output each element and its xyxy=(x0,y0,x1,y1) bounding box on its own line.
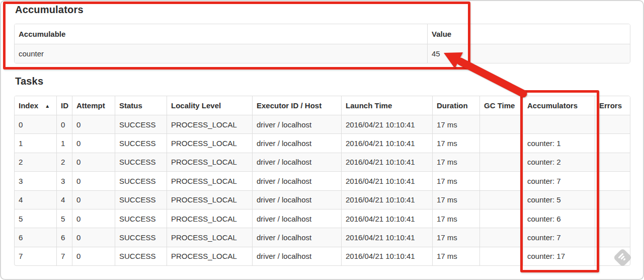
cell: driver / localhost xyxy=(252,171,341,190)
cell: 45 xyxy=(427,44,630,63)
cell: SUCCESS xyxy=(115,171,167,190)
cell: 0 xyxy=(15,115,56,133)
cell: 17 ms xyxy=(432,190,479,209)
cell: counter: 17 xyxy=(523,247,595,265)
cell: PROCESS_LOCAL xyxy=(167,209,252,228)
cell: 6 xyxy=(15,228,56,246)
accumulators-table: Accumulable Value counter45 xyxy=(14,24,630,63)
cell: 2016/04/21 10:10:41 xyxy=(341,133,432,152)
cell: counter: 7 xyxy=(523,171,595,190)
column-header-executor-id-host[interactable]: Executor ID / Host xyxy=(252,96,341,115)
cell: counter: 7 xyxy=(523,228,595,246)
cell: 1 xyxy=(56,133,72,152)
cell: 0 xyxy=(72,209,115,228)
cell: PROCESS_LOCAL xyxy=(167,115,252,133)
cell: 5 xyxy=(56,209,72,228)
cell: 2016/04/21 10:10:41 xyxy=(341,190,432,209)
column-header-value: Value xyxy=(427,24,630,44)
cell xyxy=(479,190,523,209)
column-header-attempt[interactable]: Attempt xyxy=(72,96,115,115)
column-header-accumulators[interactable]: Accumulators xyxy=(523,96,595,115)
table-row: counter45 xyxy=(15,44,630,63)
table-row: 110SUCCESSPROCESS_LOCALdriver / localhos… xyxy=(15,133,630,152)
cell: 0 xyxy=(72,171,115,190)
cell: driver / localhost xyxy=(252,228,341,246)
cell: driver / localhost xyxy=(252,247,341,265)
column-header-id[interactable]: ID xyxy=(56,96,72,115)
cell: 0 xyxy=(56,115,72,133)
cell: driver / localhost xyxy=(252,133,341,152)
cell: SUCCESS xyxy=(115,247,167,265)
cell: SUCCESS xyxy=(115,228,167,246)
accumulators-section-heading: Accumulators xyxy=(15,4,84,16)
cell: SUCCESS xyxy=(115,153,167,171)
column-header-index[interactable]: Index▲ xyxy=(15,96,56,115)
table-row: 220SUCCESSPROCESS_LOCALdriver / localhos… xyxy=(15,153,630,171)
cell: PROCESS_LOCAL xyxy=(167,171,252,190)
cell: 7 xyxy=(56,247,72,265)
table-header-row: Accumulable Value xyxy=(15,24,630,44)
cell: counter: 1 xyxy=(523,133,595,152)
table-header-row: Index▲ ID Attempt Status Locality Level … xyxy=(15,96,630,115)
table-row: 330SUCCESSPROCESS_LOCALdriver / localhos… xyxy=(15,171,630,190)
cell: 6 xyxy=(56,228,72,246)
cell xyxy=(479,247,523,265)
cell xyxy=(479,153,523,171)
column-header-errors[interactable]: Errors xyxy=(595,96,630,115)
cell: PROCESS_LOCAL xyxy=(167,228,252,246)
cell: SUCCESS xyxy=(115,209,167,228)
cell: 0 xyxy=(72,133,115,152)
cell: 2016/04/21 10:10:41 xyxy=(341,153,432,171)
table-row: 660SUCCESSPROCESS_LOCALdriver / localhos… xyxy=(15,228,630,246)
cell: 2016/04/21 10:10:41 xyxy=(341,115,432,133)
cell: counter: 5 xyxy=(523,190,595,209)
cell: 0 xyxy=(72,115,115,133)
cell xyxy=(479,171,523,190)
cell: 17 ms xyxy=(432,133,479,152)
column-header-index-label: Index xyxy=(19,101,38,110)
cell: 0 xyxy=(72,153,115,171)
cell: 5 xyxy=(15,209,56,228)
cell: 2 xyxy=(15,153,56,171)
cell xyxy=(479,209,523,228)
column-header-gc-time[interactable]: GC Time xyxy=(479,96,523,115)
cell: 17 ms xyxy=(432,209,479,228)
cell: SUCCESS xyxy=(115,133,167,152)
sort-ascending-icon: ▲ xyxy=(45,103,50,109)
cell: 4 xyxy=(56,190,72,209)
cell xyxy=(479,133,523,152)
cell: 2016/04/21 10:10:41 xyxy=(341,247,432,265)
cell: 0 xyxy=(72,247,115,265)
cell: 2016/04/21 10:10:41 xyxy=(341,228,432,246)
cell xyxy=(595,228,630,246)
cell: PROCESS_LOCAL xyxy=(167,153,252,171)
cell: 17 ms xyxy=(432,247,479,265)
column-header-locality-level[interactable]: Locality Level xyxy=(167,96,252,115)
table-row: 770SUCCESSPROCESS_LOCALdriver / localhos… xyxy=(15,247,630,265)
cell: driver / localhost xyxy=(252,209,341,228)
tasks-table: Index▲ ID Attempt Status Locality Level … xyxy=(14,96,630,266)
cell: 0 xyxy=(72,228,115,246)
cell xyxy=(523,115,595,133)
cell xyxy=(595,209,630,228)
cell xyxy=(595,171,630,190)
cell xyxy=(595,115,630,133)
cell: 17 ms xyxy=(432,153,479,171)
column-header-launch-time[interactable]: Launch Time xyxy=(341,96,432,115)
cell: 17 ms xyxy=(432,115,479,133)
cell xyxy=(595,153,630,171)
cell xyxy=(595,133,630,152)
cell: 0 xyxy=(72,190,115,209)
cell xyxy=(479,115,523,133)
cell xyxy=(479,228,523,246)
cell: 3 xyxy=(15,171,56,190)
cell: 4 xyxy=(15,190,56,209)
column-header-duration[interactable]: Duration xyxy=(432,96,479,115)
column-header-status[interactable]: Status xyxy=(115,96,167,115)
cell: 7 xyxy=(15,247,56,265)
cell: 17 ms xyxy=(432,171,479,190)
cell: 1 xyxy=(15,133,56,152)
cell: driver / localhost xyxy=(252,153,341,171)
cell: 17 ms xyxy=(432,228,479,246)
cell xyxy=(595,190,630,209)
